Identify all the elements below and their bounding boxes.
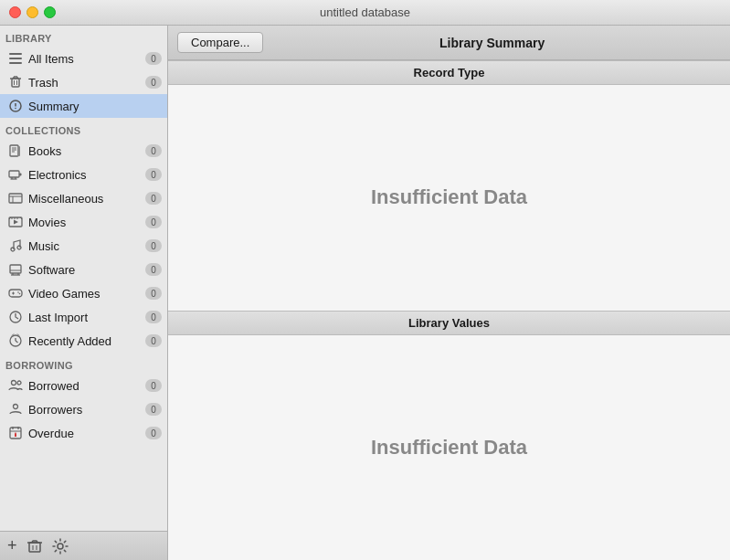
svg-point-52 bbox=[17, 381, 21, 385]
borrowed-icon bbox=[7, 377, 24, 394]
delete-button[interactable] bbox=[26, 538, 43, 555]
svg-rect-0 bbox=[9, 53, 22, 55]
last-import-icon bbox=[7, 309, 24, 325]
library-values-body: Insufficient Data bbox=[168, 335, 730, 561]
sidebar-item-video-games[interactable]: Video Games 0 bbox=[0, 281, 167, 305]
svg-rect-23 bbox=[9, 194, 22, 203]
music-icon bbox=[7, 238, 24, 254]
summary-label: Summary bbox=[28, 100, 162, 113]
svg-rect-18 bbox=[9, 171, 19, 177]
sidebar-item-music[interactable]: Music 0 bbox=[0, 234, 167, 258]
software-label: Software bbox=[28, 263, 145, 277]
title-bar: untitled database bbox=[0, 0, 730, 26]
electronics-label: Electronics bbox=[28, 168, 145, 182]
list-icon bbox=[7, 50, 24, 67]
toolbar: Compare... Library Summary bbox=[168, 26, 730, 60]
svg-rect-19 bbox=[19, 174, 22, 176]
compare-button[interactable]: Compare... bbox=[177, 32, 263, 53]
sidebar-item-all-items[interactable]: All Items 0 bbox=[0, 47, 167, 70]
main-content: Compare... Library Summary Record Type I… bbox=[168, 26, 730, 560]
maximize-button[interactable] bbox=[44, 6, 56, 18]
borrowers-badge: 0 bbox=[145, 403, 162, 416]
software-icon bbox=[7, 261, 24, 278]
recently-added-icon bbox=[7, 333, 24, 349]
window-controls[interactable] bbox=[9, 6, 56, 18]
panel-title: Library Summary bbox=[263, 36, 721, 50]
electronics-icon bbox=[7, 166, 24, 183]
settings-button[interactable] bbox=[52, 538, 69, 555]
svg-point-51 bbox=[12, 381, 16, 386]
overdue-label: Overdue bbox=[28, 427, 145, 440]
window-title: untitled database bbox=[320, 5, 410, 19]
svg-marker-27 bbox=[14, 220, 18, 225]
electronics-badge: 0 bbox=[145, 168, 162, 181]
app-body: LIBRARY All Items 0 bbox=[0, 26, 730, 560]
miscellaneous-badge: 0 bbox=[145, 192, 162, 205]
sidebar-item-movies[interactable]: Movies 0 bbox=[0, 210, 167, 234]
sidebar-bottom-bar: + bbox=[0, 531, 167, 560]
video-games-icon bbox=[7, 285, 24, 301]
collections-section-header: COLLECTIONS bbox=[0, 118, 167, 139]
svg-rect-3 bbox=[12, 79, 19, 87]
svg-point-67 bbox=[58, 544, 63, 549]
add-button[interactable]: + bbox=[7, 536, 17, 555]
sidebar-item-trash[interactable]: Trash 0 bbox=[0, 70, 167, 94]
video-games-badge: 0 bbox=[145, 287, 162, 300]
svg-point-12 bbox=[15, 108, 16, 110]
recently-added-label: Recently Added bbox=[28, 334, 145, 348]
miscellaneous-label: Miscellaneous bbox=[28, 192, 145, 206]
record-type-body: Insufficient Data bbox=[168, 85, 730, 311]
borrowed-label: Borrowed bbox=[28, 379, 145, 393]
movies-label: Movies bbox=[28, 216, 145, 229]
video-games-label: Video Games bbox=[28, 287, 145, 301]
trash-badge: 0 bbox=[145, 76, 162, 89]
svg-point-34 bbox=[17, 246, 21, 249]
sidebar-item-last-import[interactable]: Last Import 0 bbox=[0, 305, 167, 329]
sidebar-item-overdue[interactable]: Overdue 0 bbox=[0, 421, 167, 445]
last-import-badge: 0 bbox=[145, 311, 162, 323]
record-type-header: Record Type bbox=[168, 60, 730, 85]
all-items-label: All Items bbox=[28, 52, 145, 66]
borrowers-icon bbox=[7, 401, 24, 417]
close-button[interactable] bbox=[9, 6, 21, 18]
svg-rect-35 bbox=[10, 265, 21, 273]
sidebar-item-books[interactable]: Books 0 bbox=[0, 139, 167, 163]
record-type-panel: Record Type Insufficient Data bbox=[168, 60, 730, 311]
sidebar-item-summary[interactable]: Summary bbox=[0, 94, 167, 118]
miscellaneous-icon bbox=[7, 190, 24, 206]
books-badge: 0 bbox=[145, 144, 162, 157]
library-values-insufficient: Insufficient Data bbox=[371, 436, 527, 460]
minimize-button[interactable] bbox=[26, 6, 38, 18]
svg-point-59 bbox=[15, 432, 16, 434]
svg-point-33 bbox=[11, 248, 15, 251]
svg-rect-13 bbox=[10, 145, 18, 156]
borrowing-section-header: BORROWING bbox=[0, 353, 167, 374]
last-import-label: Last Import bbox=[28, 311, 145, 324]
movies-icon bbox=[7, 214, 24, 230]
summary-icon bbox=[7, 98, 24, 114]
svg-rect-60 bbox=[29, 543, 40, 552]
sidebar-item-borrowers[interactable]: Borrowers 0 bbox=[0, 397, 167, 421]
books-label: Books bbox=[28, 144, 145, 158]
sidebar-item-borrowed[interactable]: Borrowed 0 bbox=[0, 374, 167, 397]
svg-line-48 bbox=[16, 341, 18, 343]
sidebar-item-miscellaneous[interactable]: Miscellaneous 0 bbox=[0, 186, 167, 210]
svg-point-53 bbox=[14, 405, 18, 409]
music-label: Music bbox=[28, 239, 145, 253]
sidebar-item-recently-added[interactable]: Recently Added 0 bbox=[0, 329, 167, 353]
svg-point-44 bbox=[19, 293, 21, 295]
software-badge: 0 bbox=[145, 263, 162, 276]
sidebar-item-software[interactable]: Software 0 bbox=[0, 258, 167, 281]
svg-rect-2 bbox=[9, 62, 22, 64]
library-values-header: Library Values bbox=[168, 311, 730, 335]
svg-point-43 bbox=[17, 291, 19, 293]
svg-rect-17 bbox=[17, 146, 20, 156]
library-values-panel: Library Values Insufficient Data bbox=[168, 311, 730, 561]
trash-label: Trash bbox=[28, 76, 145, 90]
sidebar: LIBRARY All Items 0 bbox=[0, 26, 168, 560]
movies-badge: 0 bbox=[145, 216, 162, 228]
overdue-badge: 0 bbox=[145, 427, 162, 439]
books-icon bbox=[7, 143, 24, 159]
trash-icon bbox=[7, 74, 24, 90]
sidebar-item-electronics[interactable]: Electronics 0 bbox=[0, 163, 167, 186]
